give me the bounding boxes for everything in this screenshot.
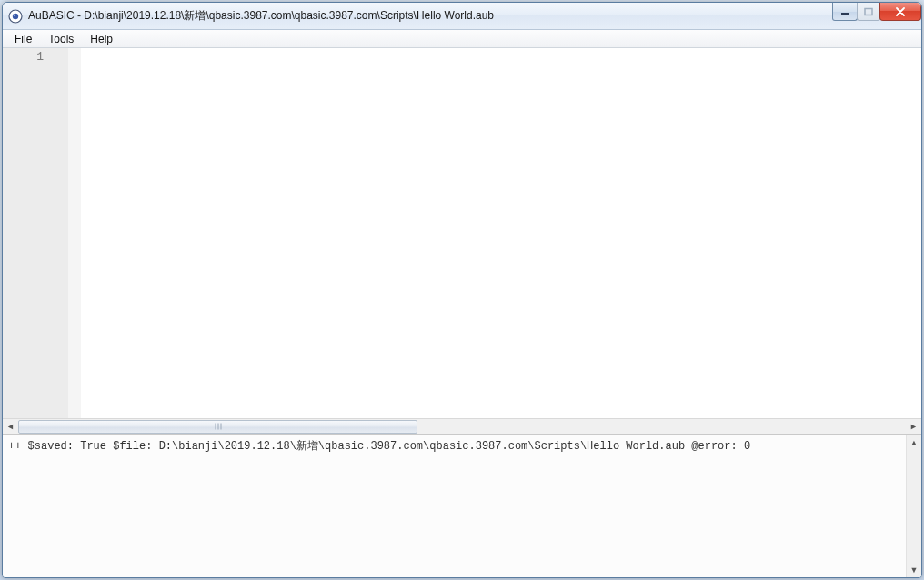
line-number-gutter: 1 xyxy=(3,48,68,418)
vertical-scrollbar[interactable]: ▲ ▼ xyxy=(906,435,921,577)
svg-point-2 xyxy=(14,14,15,15)
scroll-thumb[interactable] xyxy=(18,420,417,434)
svg-rect-3 xyxy=(841,13,849,15)
gutter-margin xyxy=(68,48,81,418)
window-controls xyxy=(833,3,921,21)
minimize-button[interactable] xyxy=(832,3,858,21)
menu-help[interactable]: Help xyxy=(82,31,121,47)
console-output[interactable]: ++ $saved: True $file: D:\bianji\2019.12… xyxy=(3,435,921,577)
menubar: File Tools Help xyxy=(3,30,921,48)
text-caret xyxy=(85,50,85,64)
svg-rect-4 xyxy=(865,8,872,15)
scroll-right-arrow-icon[interactable]: ► xyxy=(906,420,921,434)
scroll-track[interactable] xyxy=(18,420,906,434)
line-number: 1 xyxy=(6,50,44,64)
menu-tools[interactable]: Tools xyxy=(40,31,82,47)
console-pane: ++ $saved: True $file: D:\bianji\2019.12… xyxy=(3,434,921,577)
scroll-up-arrow-icon[interactable]: ▲ xyxy=(908,435,921,450)
app-window: AuBASIC - D:\bianji\2019.12.18\新增\qbasic… xyxy=(2,2,922,578)
menu-file[interactable]: File xyxy=(6,31,40,47)
maximize-button xyxy=(857,3,880,21)
horizontal-scrollbar[interactable]: ◄ ► xyxy=(3,418,921,434)
titlebar[interactable]: AuBASIC - D:\bianji\2019.12.18\新增\qbasic… xyxy=(3,3,921,30)
window-title: AuBASIC - D:\bianji\2019.12.18\新增\qbasic… xyxy=(28,8,494,24)
svg-point-1 xyxy=(13,13,18,18)
code-editor[interactable]: 1 xyxy=(3,48,921,418)
scroll-left-arrow-icon[interactable]: ◄ xyxy=(3,420,18,434)
scroll-down-arrow-icon[interactable]: ▼ xyxy=(908,562,921,577)
editor-pane: 1 ◄ ► xyxy=(3,48,921,434)
app-icon xyxy=(8,9,23,24)
close-button[interactable] xyxy=(879,3,921,21)
code-area[interactable] xyxy=(81,48,921,418)
